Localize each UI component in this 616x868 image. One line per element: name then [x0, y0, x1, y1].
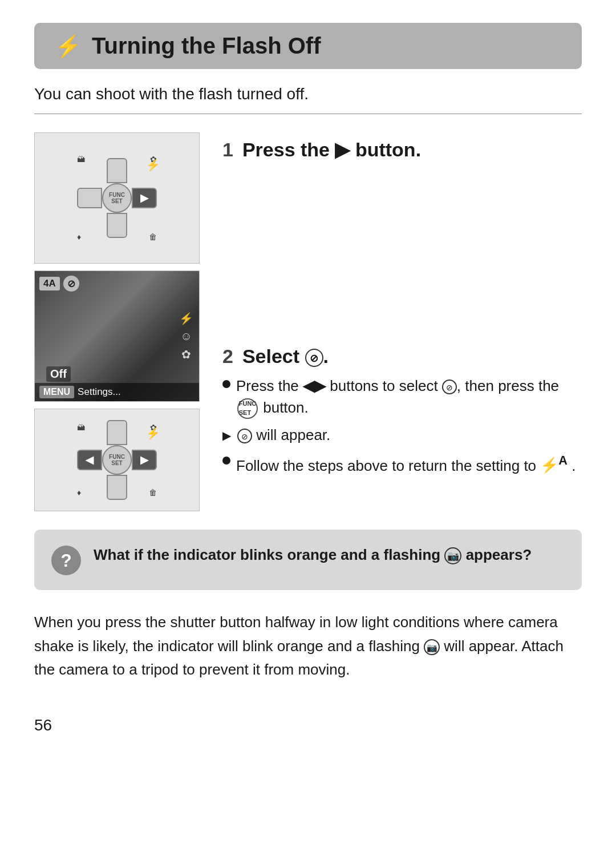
warning-text: What if the indicator blinks orange and … [94, 544, 532, 566]
page-title: Turning the Flash Off [92, 33, 321, 59]
triangle-bullet: ▶ [222, 427, 232, 444]
scene-top-badges: 4A ⊘ [39, 276, 79, 292]
step1-press-text: Press the [242, 139, 330, 160]
bullet-dot-1 [222, 380, 230, 388]
bullet-2: ▶ ⊘ will appear. [222, 425, 582, 446]
bullet-1-text: Press the ◀▶ buttons to select ⊘, then p… [236, 376, 582, 419]
step1-instruction: 1 Press the ▶ button. [222, 132, 582, 304]
step1-arrow: ▶ [335, 139, 350, 160]
flash-right-icon-3: ⚡ [146, 426, 160, 440]
step1-title-row: 1 Press the ▶ button. [222, 138, 582, 161]
dpad-down-3 [107, 475, 127, 500]
flash-off-inline-icon-2: ⊘ [237, 429, 252, 443]
step3-image: 🏔 ✿ ♦ 🗑 ◀ ▶ FUNC SET ⚡ [34, 409, 200, 511]
scene-icon-lightning: ⚡ [179, 312, 193, 325]
scene-bottom-bar: MENU Settings... [35, 383, 199, 401]
step2-flash-off-icon: ⊘ [305, 349, 323, 367]
warning-box: ? What if the indicator blinks orange an… [34, 530, 582, 590]
steps-content-area: 🏔 ✿ ♦ 🗑 ▶ FUNC SET ⚡ [34, 132, 582, 511]
func-set-btn-1: FUNC SET [102, 183, 132, 213]
step2-title-row: 2 Select ⊘. [222, 345, 582, 368]
dpad-left-1 [77, 188, 102, 208]
dpad-left-3: ◀ [77, 450, 102, 470]
bullet-3: Follow the steps above to return the set… [222, 452, 582, 477]
bullet-3-text: Follow the steps above to return the set… [236, 452, 576, 477]
flash-off-badge: ⊘ [63, 276, 79, 292]
step2-select-text: Select [242, 345, 299, 367]
dpad-1: 🏔 ✿ ♦ 🗑 ▶ FUNC SET ⚡ [71, 152, 163, 244]
menu-badge: MENU [39, 386, 74, 398]
warning-title-text: What if the indicator blinks orange and … [94, 546, 532, 563]
step1-image: 🏔 ✿ ♦ 🗑 ▶ FUNC SET ⚡ [34, 132, 200, 264]
camera-control-3: 🏔 ✿ ♦ 🗑 ◀ ▶ FUNC SET ⚡ [35, 409, 199, 511]
dpad-container-3: ◀ ▶ FUNC SET [77, 420, 157, 500]
scene-icon-person: ☺ [180, 330, 192, 343]
page-subtitle: You can shoot with the flash turned off. [34, 85, 582, 103]
func-set-label-1: FUNC SET [109, 192, 125, 204]
func-set-inline-btn: FUNCSET [237, 398, 258, 419]
body-camera-icon: 📷 [424, 639, 440, 655]
scene-icon-flower: ✿ [181, 348, 191, 361]
steps-text-area: 1 Press the ▶ button. 2 Select ⊘. Press [222, 132, 582, 511]
step2-number: 2 [222, 345, 233, 368]
flash-right-icon: ⚡ [146, 158, 160, 172]
dpad-3: 🏔 ✿ ♦ 🗑 ◀ ▶ FUNC SET ⚡ [71, 421, 163, 499]
page-header: ⚡ Turning the Flash Off [34, 23, 582, 69]
dpad-up-3 [107, 420, 127, 445]
body-text: When you press the shutter button halfwa… [34, 611, 582, 682]
step1-text: Press the ▶ button. [242, 138, 421, 161]
step2-title: Select ⊘. [242, 345, 329, 368]
bullet-dot-3 [222, 457, 230, 465]
func-set-btn-3: FUNC SET [102, 445, 132, 475]
dpad-right-1: ▶ [132, 188, 157, 208]
func-set-label-3: FUNC SET [109, 454, 125, 466]
scene-right-icons: ⚡ ☺ ✿ [179, 312, 193, 361]
badge-4a: 4A [39, 277, 60, 290]
image-stack: 🏔 ✿ ♦ 🗑 ▶ FUNC SET ⚡ [34, 132, 200, 511]
step1-number: 1 [222, 139, 233, 161]
camera-control-1: 🏔 ✿ ♦ 🗑 ▶ FUNC SET ⚡ [35, 133, 199, 263]
divider [34, 114, 582, 114]
settings-label: Settings... [78, 386, 121, 398]
step2-instruction: 2 Select ⊘. Press the ◀▶ buttons to sele… [222, 340, 582, 511]
warning-icon: ? [51, 546, 81, 575]
bullet-1: Press the ◀▶ buttons to select ⊘, then p… [222, 376, 582, 419]
flash-off-inline-icon: ⊘ [442, 380, 457, 394]
bullet-2-text: ⊘ will appear. [237, 425, 330, 446]
warning-camera-icon: 📷 [444, 547, 461, 564]
dpad-right-3: ▶ [132, 450, 157, 470]
page-number: 56 [34, 716, 582, 734]
flash-icon: ⚡ [55, 34, 82, 59]
step2-image: 4A ⊘ ⚡ ☺ ✿ Off MENU Settings... [34, 271, 200, 402]
off-label: Off [46, 366, 71, 382]
dpad-down-1 [107, 213, 127, 238]
dpad-container-1: ▶ FUNC SET [77, 158, 157, 238]
step1-button-text: button. [355, 139, 421, 160]
step2-bullets: Press the ◀▶ buttons to select ⊘, then p… [222, 376, 582, 482]
dpad-up-1 [107, 158, 127, 183]
